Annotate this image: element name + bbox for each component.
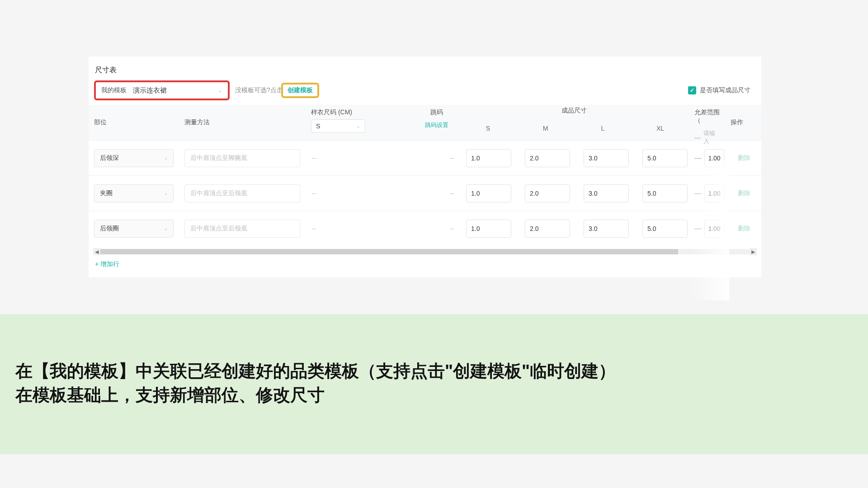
jump-value: -- — [414, 155, 459, 162]
size-l-input[interactable] — [584, 149, 629, 167]
hint-text: 没模板可选?点击 创建模板 — [235, 83, 319, 98]
scroll-thumb[interactable] — [100, 249, 678, 254]
chevron-down-icon: ⌄ — [356, 123, 360, 129]
tolerance-input[interactable] — [704, 149, 724, 167]
part-select[interactable]: 后领圈⌄ — [94, 220, 174, 238]
size-m-input[interactable] — [525, 220, 570, 238]
header-sample: 样衣尺码 (CM) S ⌄ — [306, 105, 414, 140]
header-size-m: M — [517, 117, 574, 140]
caption-line-1: 在【我的模板】中关联已经创建好的品类模板（支持点击"创建模板"临时创建） — [15, 359, 853, 383]
chevron-down-icon: ⌄ — [164, 190, 168, 196]
chevron-down-icon: ⌄ — [218, 87, 222, 94]
size-s-input[interactable] — [466, 220, 511, 238]
sample-value: -- — [306, 190, 414, 197]
caption-overlay: 在【我的模板】中关联已经创建好的品类模板（支持点击"创建模板"临时创建） 在模板… — [0, 314, 868, 454]
header-jump: 跳码 跳码设置 — [414, 105, 459, 140]
table-row: 夹圈⌄ 后中肩顶点至后领底 -- -- — 删除 — [89, 175, 761, 211]
my-template-label: 我的模板 — [101, 86, 127, 94]
tolerance-input[interactable] — [704, 184, 724, 202]
header-action: 操作 — [725, 105, 761, 140]
delete-button[interactable]: 删除 — [731, 189, 758, 197]
header-method: 测量方法 — [179, 105, 306, 140]
chevron-down-icon: ⌄ — [164, 225, 168, 231]
header-size-s: S — [459, 117, 517, 140]
caption-line-2: 在模板基础上，支持新增部位、修改尺寸 — [15, 383, 853, 407]
method-input[interactable]: 后中肩顶点至脚腕底 — [184, 149, 300, 167]
header-size-l: L — [574, 117, 632, 140]
toolbar: 我的模板 演示连衣裙 ⌄ 没模板可选?点击 创建模板 是否填写成品尺寸 — [89, 80, 761, 100]
check-icon — [688, 86, 696, 94]
size-table-panel: 尺寸表 我的模板 演示连衣裙 ⌄ 没模板可选?点击 创建模板 是否填写成品尺寸 … — [89, 56, 761, 277]
size-m-input[interactable] — [525, 149, 570, 167]
sample-value: -- — [306, 155, 414, 162]
sample-value: -- — [306, 225, 414, 232]
size-s-input[interactable] — [466, 149, 511, 167]
chevron-down-icon: ⌄ — [164, 155, 168, 161]
header-tolerance: 允差范围（ — 请输入 — [689, 105, 725, 140]
section-title: 尺寸表 — [89, 66, 761, 75]
header-finished-sizes: 成品尺寸 S M L XL — [459, 105, 689, 140]
create-template-button[interactable]: 创建模板 — [281, 83, 319, 98]
part-select[interactable]: 后领深⌄ — [94, 149, 174, 167]
size-table: 部位 测量方法 样衣尺码 (CM) S ⌄ 跳码 跳码设置 成品尺寸 S M L — [89, 105, 761, 256]
jump-setting-link[interactable]: 跳码设置 — [425, 121, 448, 129]
checkbox-label: 是否填写成品尺寸 — [700, 86, 750, 94]
sample-size-dropdown[interactable]: S ⌄ — [311, 119, 365, 133]
size-s-input[interactable] — [466, 184, 511, 202]
jump-value: -- — [414, 225, 459, 232]
scroll-right-icon[interactable]: ▶ — [750, 248, 757, 255]
method-input[interactable]: 后中肩顶点至后领底 — [184, 184, 300, 202]
horizontal-scrollbar[interactable]: ◀ ▶ — [93, 248, 757, 256]
size-m-input[interactable] — [525, 184, 570, 202]
hint-prefix: 没模板可选?点击 — [235, 86, 283, 94]
my-template-dropdown[interactable]: 我的模板 演示连衣裙 ⌄ — [94, 80, 230, 100]
delete-button[interactable]: 删除 — [731, 154, 758, 162]
part-select[interactable]: 夹圈⌄ — [94, 184, 174, 202]
header-part: 部位 — [89, 105, 179, 140]
header-size-xl: XL — [632, 117, 689, 140]
add-row-button[interactable]: 增加行 — [89, 256, 761, 273]
size-xl-input[interactable] — [642, 220, 688, 238]
table-row: 后领圈⌄ 后中肩顶点至后领底 -- -- — 删除 — [89, 211, 761, 246]
scroll-left-icon[interactable]: ◀ — [93, 248, 100, 255]
size-xl-input[interactable] — [642, 184, 688, 202]
scroll-track[interactable] — [100, 249, 750, 254]
delete-button[interactable]: 删除 — [731, 225, 758, 233]
method-input[interactable]: 后中肩顶点至后领底 — [184, 220, 300, 238]
table-row: 后领深⌄ 后中肩顶点至脚腕底 -- -- — 删除 — [89, 140, 761, 175]
size-l-input[interactable] — [584, 184, 629, 202]
table-body: 后领深⌄ 后中肩顶点至脚腕底 -- -- — 删除 夹圈⌄ 后中肩顶点至后领底 … — [89, 140, 761, 246]
jump-value: -- — [414, 190, 459, 197]
table-header: 部位 测量方法 样衣尺码 (CM) S ⌄ 跳码 跳码设置 成品尺寸 S M L — [89, 105, 761, 140]
size-l-input[interactable] — [584, 220, 629, 238]
fill-finished-size-checkbox[interactable]: 是否填写成品尺寸 — [688, 86, 750, 94]
my-template-value: 演示连衣裙 — [133, 86, 218, 95]
size-xl-input[interactable] — [642, 149, 688, 167]
tolerance-input[interactable] — [704, 220, 724, 238]
